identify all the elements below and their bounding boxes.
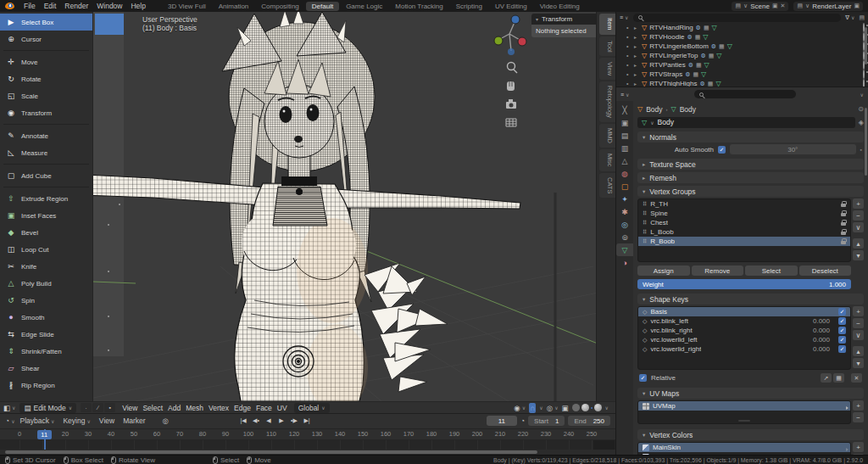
properties-tab[interactable]: ▽: [616, 243, 633, 256]
viewport-menu-item[interactable]: Face: [253, 404, 275, 412]
breadcrumb-data[interactable]: Body: [680, 105, 696, 114]
tool-button[interactable]: △ Poly Build: [0, 275, 92, 292]
menu-item[interactable]: Render: [60, 2, 92, 10]
rendered-shading-button[interactable]: [594, 404, 602, 411]
add-button[interactable]: +: [853, 400, 864, 411]
action-button[interactable]: Deselect: [799, 266, 852, 276]
tool-button[interactable]: ✛ Move: [0, 53, 92, 70]
current-frame-field[interactable]: 11: [487, 416, 517, 426]
tool-button[interactable]: ▣ Inset Faces: [0, 207, 92, 224]
properties-tab[interactable]: △: [616, 154, 633, 167]
timeline-playhead[interactable]: 11: [44, 429, 46, 450]
sidebar-tab[interactable]: CATS: [599, 173, 615, 198]
move-up-button[interactable]: ▴: [853, 238, 864, 249]
outliner-item[interactable]: • ▸ ▽ RTVStraps ⚙ ▦ ▽: [616, 70, 868, 79]
properties-tab[interactable]: ◍: [616, 167, 633, 180]
snap-toggle[interactable]: ∩: [529, 403, 536, 413]
edit-mode-shapekey-icon[interactable]: ↗: [821, 373, 832, 383]
vertex-color-row[interactable]: SubSurf: [638, 452, 850, 455]
workspace-tab[interactable]: Compositing: [255, 2, 304, 11]
timeline-body[interactable]: 0203040506070809010011012013014015016017…: [0, 429, 615, 450]
shape-key-mute-checkbox[interactable]: [838, 345, 846, 353]
sidebar-tab[interactable]: Tool: [599, 36, 615, 57]
properties-tab[interactable]: ▢: [616, 180, 633, 193]
remove-button[interactable]: −: [853, 412, 864, 422]
properties-search[interactable]: [694, 90, 796, 98]
expand-icon[interactable]: ▸: [634, 25, 639, 31]
sidebar-tab[interactable]: Item: [599, 14, 615, 35]
end-frame-field[interactable]: End 250: [568, 416, 610, 426]
menu-item[interactable]: Help: [126, 2, 149, 10]
lock-icon[interactable]: [841, 222, 846, 226]
expand-icon[interactable]: ▸: [634, 53, 639, 59]
wireframe-shading-button[interactable]: [572, 404, 580, 411]
panel-remesh[interactable]: ▸ Remesh: [637, 172, 864, 183]
chevron-down-icon[interactable]: ∨: [539, 405, 542, 411]
specials-button[interactable]: ∨: [853, 222, 864, 232]
vertex-group-row[interactable]: ⠿ Spine: [638, 209, 850, 218]
scene-selector[interactable]: ▤ ∨ Scene ▣ ✕: [732, 2, 788, 11]
remove-button[interactable]: −: [853, 210, 864, 221]
move-down-button[interactable]: ▾: [853, 358, 864, 368]
remove-button[interactable]: −: [853, 318, 864, 328]
tool-button[interactable]: ◺ Measure: [0, 144, 92, 161]
shield-icon[interactable]: ◈: [859, 119, 864, 126]
expand-icon[interactable]: ▸: [634, 81, 639, 87]
outliner-item[interactable]: • ▸ ▽ RTVThighHighs ⚙ ▦ ▽: [616, 79, 868, 87]
expand-icon[interactable]: ▸: [634, 62, 639, 68]
blender-logo-icon[interactable]: [5, 3, 14, 9]
transport-button[interactable]: •▶: [289, 417, 299, 424]
menu-item[interactable]: Window: [92, 2, 126, 10]
viewport-menu-item[interactable]: Edge: [231, 404, 253, 412]
outliner-item[interactable]: • ▸ ▽ RTVPanties ⚙ ▦ ▽: [616, 60, 868, 70]
viewport-menu-item[interactable]: Select: [140, 404, 165, 412]
timeline-tracks[interactable]: [0, 440, 615, 450]
menu-item[interactable]: File: [19, 2, 40, 10]
outliner-scrollbar[interactable]: [865, 27, 867, 64]
timeline-menu-item[interactable]: Marker: [123, 416, 145, 425]
properties-tab[interactable]: ▥: [616, 142, 633, 154]
tool-button[interactable]: ● Smooth: [0, 309, 92, 326]
tool-button[interactable]: ◱ Scale: [0, 87, 92, 104]
sidebar-tab[interactable]: MMD: [599, 124, 615, 148]
panel-uv-maps[interactable]: ▾ UV Maps: [637, 388, 864, 399]
panel-vertex-groups[interactable]: ▾ Vertex Groups: [637, 186, 864, 197]
outliner-item[interactable]: • ▸ ▽ RTVHandRing ⚙ ▦ ▽: [616, 23, 868, 32]
auto-smooth-angle[interactable]: 30°: [730, 144, 856, 154]
selection-dot[interactable]: •: [626, 53, 632, 59]
tool-button[interactable]: ▱ Shear: [0, 360, 92, 377]
shape-key-row[interactable]: ◇ vrc.lowerlid_left 0.000: [638, 335, 850, 344]
timeline-menu-item[interactable]: Keying ∨: [63, 416, 90, 425]
auto-smooth-checkbox[interactable]: [718, 146, 726, 154]
tool-button[interactable]: ✎ Annotate: [0, 127, 92, 144]
lock-icon[interactable]: [841, 213, 846, 216]
proportional-edit-button[interactable]: ◎∨: [547, 404, 559, 412]
shape-key-row[interactable]: ◇ vrc.blink_left 0.000: [638, 316, 850, 326]
display-mode-icon[interactable]: ▤: [859, 14, 865, 21]
outliner-editor-type-button[interactable]: ≡ ∨: [620, 14, 629, 20]
transport-button[interactable]: |◀: [238, 417, 248, 424]
add-button[interactable]: +: [853, 198, 864, 209]
shape-key-mute-checkbox[interactable]: [838, 336, 846, 344]
selection-dot[interactable]: •: [626, 25, 632, 31]
tool-button[interactable]: ▢ Add Cube: [0, 167, 92, 184]
viewport-menu-item[interactable]: Mesh: [183, 404, 206, 412]
lock-icon[interactable]: [841, 241, 846, 244]
properties-tab[interactable]: ▣: [616, 116, 633, 129]
tool-button[interactable]: ↺ Spin: [0, 292, 92, 309]
action-button[interactable]: Assign: [637, 266, 690, 276]
visibility-toggle[interactable]: [863, 80, 865, 87]
tool-button[interactable]: ◆ Bevel: [0, 224, 92, 241]
solid-shading-button[interactable]: [581, 404, 589, 411]
tool-button[interactable]: ⊕ Cursor: [0, 31, 92, 48]
vertex-group-row[interactable]: ⠿ R_TH: [638, 199, 850, 209]
sidebar-tab[interactable]: Retopology: [599, 81, 615, 122]
workspace-tab[interactable]: Animation: [213, 2, 255, 11]
copy-icon[interactable]: ▣: [772, 3, 778, 9]
workspace-tab[interactable]: 3D View Full: [162, 2, 212, 11]
workspace-tab[interactable]: Motion Tracking: [389, 2, 448, 11]
menu-item[interactable]: Edit: [40, 2, 61, 10]
mode-selector[interactable]: ▤ Edit Mode ∨: [19, 403, 76, 413]
xray-toggle[interactable]: ▣: [562, 404, 569, 412]
panel-shape-keys[interactable]: ▾ Shape Keys: [637, 293, 864, 305]
